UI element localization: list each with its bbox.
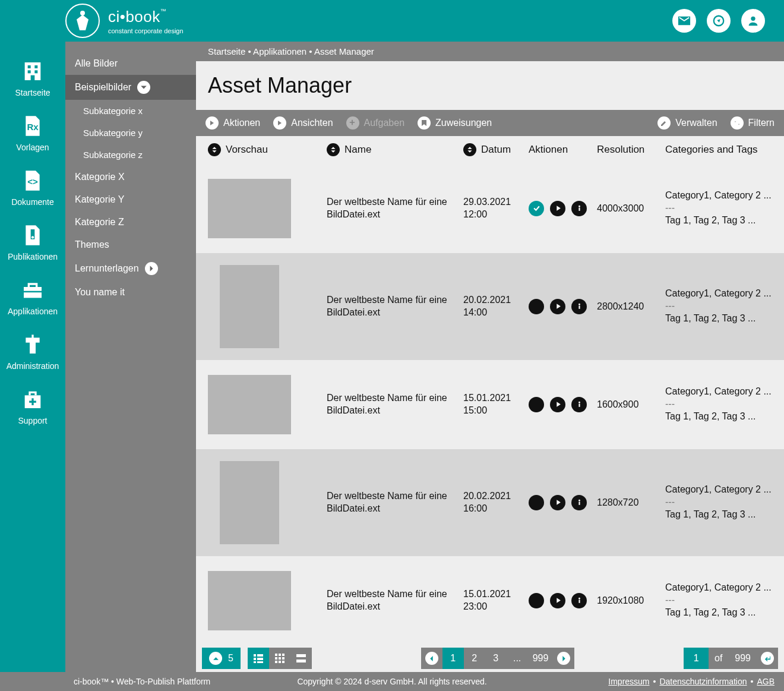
asset-date: 20.02.2021 16:00 <box>463 490 529 515</box>
sidebar-item-6[interactable]: Kategorie Y <box>65 188 196 211</box>
nav-support[interactable]: Support <box>18 387 47 425</box>
table-row: Der weltbeste Name für eine BildDatei.ex… <box>196 360 784 449</box>
chevron-right-icon <box>557 652 570 665</box>
nav-dokumente[interactable]: <> Dokumente <box>11 169 54 207</box>
svg-rect-47 <box>296 660 306 662</box>
brand-logo <box>65 4 100 38</box>
nav-label: Startseite <box>15 88 50 97</box>
page-size-selector[interactable]: 5 <box>202 648 241 669</box>
asset-date: 15.01.2021 23:00 <box>463 588 529 613</box>
select-toggle-button[interactable] <box>529 201 544 216</box>
sidebar-item-8[interactable]: Themes <box>65 234 196 256</box>
col-header-aktionen: Aktionen <box>529 144 597 156</box>
thumbnail-placeholder[interactable] <box>220 461 279 544</box>
select-toggle-button[interactable] <box>529 593 544 608</box>
svg-rect-43 <box>275 661 277 663</box>
account-button[interactable] <box>741 9 765 33</box>
nav-label: Support <box>18 416 47 425</box>
thumbnail-placeholder[interactable] <box>208 375 291 434</box>
info-button[interactable] <box>571 201 587 216</box>
page-jump-go-button[interactable] <box>757 648 778 669</box>
play-button[interactable] <box>550 397 565 412</box>
sidebar-item-5[interactable]: Kategorie X <box>65 166 196 188</box>
mail-button[interactable] <box>672 9 696 33</box>
view-grid-button[interactable] <box>269 648 290 669</box>
row-actions <box>529 495 597 510</box>
info-button[interactable] <box>571 495 587 510</box>
svg-rect-42 <box>282 657 284 660</box>
view-list-button[interactable] <box>248 648 269 669</box>
view-detail-button[interactable] <box>290 648 312 669</box>
svg-text:Rx: Rx <box>27 122 39 132</box>
asset-resolution: 4000x3000 <box>597 203 665 214</box>
thumbnail-placeholder[interactable] <box>208 179 291 238</box>
toolbar-verwalten-button[interactable]: Verwalten <box>657 116 717 130</box>
select-toggle-button[interactable] <box>529 397 544 412</box>
play-button[interactable] <box>550 201 565 216</box>
col-header-name[interactable]: Name <box>327 143 463 156</box>
nav-administration[interactable]: Administration <box>7 333 59 371</box>
page-prev-button[interactable] <box>421 648 442 669</box>
svg-rect-5 <box>34 65 37 68</box>
sidebar-item-7[interactable]: Kategorie Z <box>65 211 196 234</box>
col-header-datum[interactable]: Datum <box>463 143 529 156</box>
asset-categories-tags: Category1, Category 2 ...---Tag 1, Tag 2… <box>665 288 772 324</box>
info-button[interactable] <box>571 299 587 314</box>
col-header-vorschau[interactable]: Vorschau <box>208 143 327 156</box>
toolbar-aufgaben-button: Aufgaben <box>346 116 405 130</box>
page-number-3[interactable]: 3 <box>485 648 507 669</box>
svg-rect-26 <box>578 404 580 407</box>
svg-point-23 <box>578 304 580 305</box>
svg-rect-30 <box>578 600 580 603</box>
info-button[interactable] <box>571 397 587 412</box>
play-button[interactable] <box>550 495 565 510</box>
sort-icon[interactable] <box>463 143 476 156</box>
page-jump-current[interactable]: 1 <box>684 648 709 669</box>
toolbar-aktionen-button[interactable]: Aktionen <box>206 116 260 130</box>
nav-publikationen[interactable]: Publikationen <box>8 223 58 261</box>
play-button[interactable] <box>550 299 565 314</box>
sidebar-item-0[interactable]: Alle Bilder <box>65 52 196 75</box>
toolbar-ansichten-button[interactable]: Ansichten <box>273 116 333 130</box>
page-title: Asset Manager <box>196 61 784 110</box>
page-number-999[interactable]: 999 <box>528 648 554 669</box>
toolbar-filtern-button[interactable]: Filtern <box>731 116 774 130</box>
thumbnail-placeholder[interactable] <box>208 571 291 630</box>
tower-icon <box>21 333 45 356</box>
sidebar-item-label: You name it <box>75 287 125 298</box>
sidebar-item-10[interactable]: You name it <box>65 281 196 304</box>
sidebar-item-1[interactable]: Beispielbilder <box>65 75 196 100</box>
select-toggle-button[interactable] <box>529 495 544 510</box>
footer-link-datenschutz[interactable]: Datenschutzinformation <box>659 677 747 686</box>
page-next-button[interactable] <box>553 648 574 669</box>
sidebar-item-2[interactable]: Subkategorie x <box>65 100 196 122</box>
view-toggle <box>248 648 312 669</box>
row-actions <box>529 201 597 216</box>
footer-link-agb[interactable]: AGB <box>757 677 774 686</box>
sidebar-item-3[interactable]: Subkategorie y <box>65 122 196 144</box>
info-button[interactable] <box>571 593 587 608</box>
compass-button[interactable] <box>707 9 731 33</box>
svg-rect-28 <box>578 502 580 505</box>
asset-categories-tags: Category1, Category 2 ...---Tag 1, Tag 2… <box>665 484 772 520</box>
page-number-1[interactable]: 1 <box>442 648 464 669</box>
sort-icon[interactable] <box>327 143 340 156</box>
nav-applikationen[interactable]: Applikationen <box>8 278 58 316</box>
thumbnail-placeholder[interactable] <box>220 265 279 348</box>
sidebar-item-label: Alle Bilder <box>75 58 118 69</box>
svg-rect-17 <box>31 335 33 339</box>
nav-vorlagen[interactable]: Rx Vorlagen <box>16 114 49 152</box>
nav-startseite[interactable]: Startseite <box>15 59 50 97</box>
page-number-2[interactable]: 2 <box>464 648 485 669</box>
select-toggle-button[interactable] <box>529 299 544 314</box>
sidebar-item-4[interactable]: Subkategorie z <box>65 144 196 166</box>
play-icon <box>273 116 286 130</box>
chevron-up-icon <box>209 652 222 665</box>
sidebar-item-9[interactable]: Lernunterlagen <box>65 256 196 281</box>
sort-icon[interactable] <box>208 143 221 156</box>
play-button[interactable] <box>550 593 565 608</box>
toolbar-zuweisungen-button[interactable]: Zuweisungen <box>418 116 492 130</box>
brand-logo-figure <box>74 9 91 33</box>
footer-left-text: ci-book™ • Web-To-Publish Plattform <box>10 677 210 686</box>
footer-link-impressum[interactable]: Impressum <box>608 677 649 686</box>
